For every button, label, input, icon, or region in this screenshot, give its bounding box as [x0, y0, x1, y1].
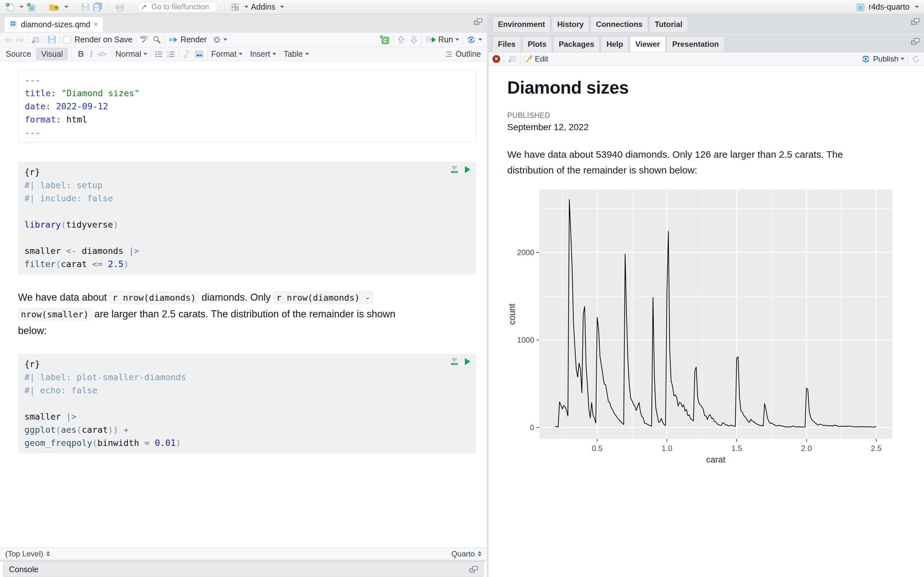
save-doc-icon[interactable]: [47, 35, 56, 44]
save-all-icon[interactable]: [92, 2, 103, 12]
back-icon[interactable]: ⇦: [5, 35, 13, 45]
viewer-popout-icon[interactable]: [507, 55, 517, 63]
console-maximize-icon[interactable]: [469, 566, 478, 572]
publish-button[interactable]: Publish: [873, 55, 898, 63]
table-menu[interactable]: Table: [284, 49, 303, 59]
run-chunks-above-icon[interactable]: [451, 358, 458, 365]
format-menu[interactable]: Format: [211, 49, 236, 59]
code-chunk-setup[interactable]: {r}#| label: setup#| include: false libr…: [18, 161, 476, 274]
code-format-icon[interactable]: </>: [95, 50, 108, 58]
minimize-pane-icon[interactable]: [461, 19, 470, 24]
render-on-save-checkbox[interactable]: [63, 36, 71, 44]
run-next-icon[interactable]: [410, 35, 418, 44]
code-line: ---: [25, 73, 469, 87]
tab-viewer[interactable]: Viewer: [630, 36, 666, 52]
tab-presentation[interactable]: Presentation: [667, 36, 724, 52]
code-chunk-plot[interactable]: {r}#| label: plot-smaller-diamonds#| ech…: [18, 354, 476, 453]
format-menu-caret[interactable]: [239, 53, 242, 55]
visual-editor-canvas[interactable]: ---title: "Diamond sizes"date: 2022-09-1…: [0, 61, 487, 548]
filetype-selector-arrows-icon[interactable]: [478, 551, 481, 556]
project-selector[interactable]: R r4ds-quarto: [856, 2, 919, 12]
yaml-metadata-block[interactable]: ---title: "Diamond sizes"date: 2022-09-1…: [18, 69, 476, 143]
render-button[interactable]: Render: [181, 35, 207, 44]
minimize-pane-icon[interactable]: [898, 19, 907, 24]
find-icon[interactable]: [152, 35, 161, 44]
tab-environment[interactable]: Environment: [493, 16, 551, 32]
bullet-list-icon[interactable]: [155, 50, 163, 58]
source-rerun-icon[interactable]: [467, 35, 476, 44]
open-file-icon[interactable]: [49, 2, 60, 12]
numbered-list-icon[interactable]: 12: [167, 50, 175, 58]
forward-icon[interactable]: ⇨: [16, 35, 24, 45]
tab-history[interactable]: History: [552, 16, 590, 32]
paragraph-style-select[interactable]: Normal: [115, 49, 142, 59]
addins-menu[interactable]: Addins: [251, 2, 275, 11]
addins-caret[interactable]: [280, 6, 284, 8]
scope-selector[interactable]: (Top Level): [5, 550, 43, 558]
bold-icon[interactable]: B: [75, 49, 87, 59]
run-button[interactable]: Run: [438, 35, 453, 44]
goto-file-input[interactable]: [152, 3, 212, 11]
insert-menu[interactable]: Insert: [250, 49, 270, 59]
spellcheck-icon[interactable]: ABC ✓: [140, 35, 148, 44]
insert-menu-caret[interactable]: [272, 53, 276, 55]
source-rerun-caret[interactable]: [478, 39, 482, 41]
run-previous-icon[interactable]: [397, 35, 405, 44]
print-icon[interactable]: [115, 3, 125, 11]
italic-icon[interactable]: I: [87, 49, 95, 59]
run-chunk-icon[interactable]: [465, 166, 470, 173]
addins-grid-caret[interactable]: [244, 6, 248, 8]
tab-connections[interactable]: Connections: [590, 16, 648, 32]
code-line: date: 2022-09-12: [25, 100, 469, 113]
popout-icon[interactable]: [31, 35, 40, 44]
maximize-pane-icon[interactable]: [911, 18, 919, 25]
tab-tutorial[interactable]: Tutorial: [649, 16, 688, 32]
refresh-icon[interactable]: [912, 55, 920, 63]
image-icon[interactable]: [195, 50, 204, 58]
divider: [520, 54, 520, 64]
render-settings-caret[interactable]: [223, 39, 227, 41]
goto-file-search[interactable]: [137, 2, 218, 13]
run-chunks-above-icon[interactable]: [451, 166, 458, 173]
new-file-caret[interactable]: [19, 6, 23, 8]
new-file-icon[interactable]: [5, 2, 15, 12]
new-project-icon[interactable]: R: [26, 2, 36, 12]
visual-mode-button[interactable]: Visual: [36, 48, 68, 60]
maximize-pane-icon[interactable]: [911, 38, 919, 45]
insert-chunk-icon[interactable]: C: [379, 35, 389, 45]
code-line: #| label: plot-smaller-diamonds: [24, 371, 470, 384]
table-menu-caret[interactable]: [305, 53, 309, 55]
tab-files[interactable]: Files: [493, 36, 521, 52]
minimize-pane-icon[interactable]: [898, 39, 907, 44]
clear-viewer-icon[interactable]: ✕: [493, 55, 500, 63]
tab-plots[interactable]: Plots: [522, 36, 552, 52]
tab-diamond-sizes[interactable]: diamond-sizes.qmd ×: [4, 16, 103, 32]
edit-button[interactable]: Edit: [535, 55, 548, 63]
editor-paragraph[interactable]: We have data about r nrow(diamonds) diam…: [18, 289, 397, 339]
source-mode-button[interactable]: Source: [6, 49, 31, 59]
console-header[interactable]: Console: [3, 562, 484, 577]
run-icon[interactable]: [425, 35, 436, 44]
tab-help[interactable]: Help: [601, 36, 628, 52]
filetype-selector[interactable]: Quarto: [451, 550, 475, 558]
save-icon[interactable]: [81, 3, 90, 11]
run-chunk-icon[interactable]: [465, 358, 470, 365]
run-caret[interactable]: [455, 39, 459, 41]
tab-label: Tutorial: [655, 20, 682, 29]
console-minimize-icon[interactable]: [457, 566, 465, 572]
edit-pencil-icon[interactable]: [524, 55, 532, 63]
tab-packages[interactable]: Packages: [553, 36, 599, 52]
publish-caret[interactable]: [901, 58, 905, 60]
addins-grid-icon[interactable]: [231, 3, 240, 11]
scope-selector-arrows-icon[interactable]: [46, 551, 50, 556]
paragraph-style-caret[interactable]: [144, 53, 147, 55]
render-settings-gear-icon[interactable]: [213, 35, 221, 44]
link-icon[interactable]: [183, 50, 191, 58]
publish-icon[interactable]: [861, 55, 871, 63]
maximize-pane-icon[interactable]: [474, 18, 482, 25]
tab-close-icon[interactable]: ×: [94, 20, 98, 29]
outline-icon[interactable]: [445, 51, 453, 58]
open-file-caret[interactable]: [65, 6, 68, 8]
outline-toggle[interactable]: Outline: [456, 49, 481, 59]
render-icon[interactable]: [168, 36, 178, 44]
